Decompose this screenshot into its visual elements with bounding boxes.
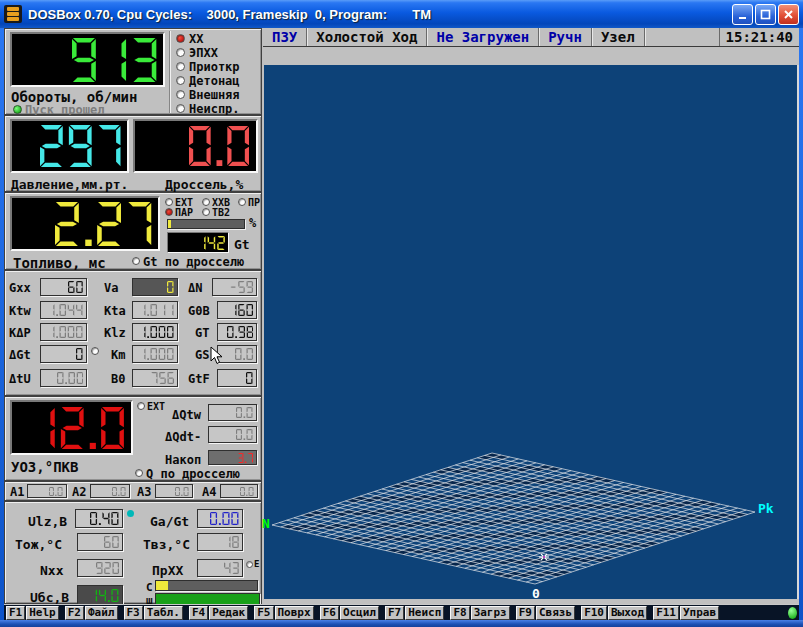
fuel-value <box>55 202 152 246</box>
nxx-field[interactable] <box>77 559 123 577</box>
tvz-value <box>224 536 239 548</box>
field-gxx[interactable] <box>40 278 87 296</box>
close-button[interactable] <box>778 4 799 25</box>
field-va[interactable] <box>132 278 178 296</box>
title-bar[interactable]: DOSBox 0.70, Cpu Cycles: 3000, Frameskip… <box>0 0 803 28</box>
field-dn[interactable] <box>212 278 257 296</box>
a4-field[interactable] <box>220 484 258 498</box>
radio-xx[interactable] <box>176 34 185 43</box>
fkey-f7[interactable]: F7Неисп <box>385 606 444 620</box>
field-kdp[interactable] <box>40 323 87 341</box>
a1-field[interactable] <box>27 484 67 498</box>
radio-dgt[interactable] <box>91 347 99 355</box>
ulz-indicator-dot <box>127 510 134 517</box>
radio-q-throttle[interactable] <box>135 469 143 477</box>
dqdt-field[interactable] <box>208 426 257 443</box>
radio-vneshnyaya[interactable] <box>176 90 185 99</box>
radio-par[interactable] <box>165 208 173 216</box>
radio-par-label[interactable]: ПАР <box>175 207 193 218</box>
fkey-f9-label: Связь <box>536 606 575 620</box>
prxx-field[interactable] <box>197 559 243 577</box>
field-ktw[interactable] <box>40 301 87 319</box>
program-menu-bar: ПЗУ Холостой Ход Не Загружен Ручн Узел 1… <box>263 28 799 47</box>
fkey-f1[interactable]: F1Help <box>6 606 59 620</box>
field-kta[interactable] <box>132 301 178 319</box>
field-gs[interactable] <box>217 345 257 363</box>
radio-pr[interactable] <box>238 198 246 206</box>
gagt-field[interactable] <box>197 509 243 528</box>
fkey-f8-label: Загрз <box>471 606 510 620</box>
dqtw-value <box>236 407 253 418</box>
a4-label: A4 <box>202 485 216 499</box>
a1-value <box>49 487 63 496</box>
tozh-field[interactable] <box>77 533 123 551</box>
radio-tv2-label[interactable]: ТВ2 <box>212 207 230 218</box>
radio-epxx[interactable] <box>176 48 185 57</box>
menu-item-node[interactable]: Узел <box>592 28 645 46</box>
radio-pr-label[interactable]: ПР <box>248 197 260 208</box>
dqtw-field[interactable] <box>208 404 257 421</box>
fkey-f11-key: F11 <box>653 606 679 620</box>
menu-item-idle[interactable]: Холостой Ход <box>307 28 427 46</box>
pressure-value <box>40 125 121 167</box>
fkey-f8[interactable]: F8Загрз <box>450 606 509 620</box>
field-km[interactable] <box>132 345 178 363</box>
c-bar <box>155 580 258 591</box>
ulz-field[interactable] <box>75 509 123 528</box>
radio-gt-throttle[interactable] <box>132 257 140 265</box>
close-icon <box>783 9 794 20</box>
cell-value-g0b <box>230 304 253 316</box>
fkey-f2[interactable]: F2Файл <box>65 606 118 620</box>
cell-value-gtf <box>246 372 253 384</box>
a3-field[interactable] <box>155 484 193 498</box>
radio-detonac[interactable] <box>176 76 185 85</box>
a2-field[interactable] <box>90 484 130 498</box>
radio-q-throttle-label[interactable]: Q по дросселю <box>146 467 240 481</box>
cell-label-va: Va <box>104 281 118 295</box>
radio-epxx-label[interactable]: ЭПХХ <box>189 46 218 60</box>
fkey-f5[interactable]: F5Поврх <box>254 606 313 620</box>
radio-ext-uoz[interactable] <box>137 402 145 410</box>
radio-xxv[interactable] <box>202 198 210 206</box>
field-gtf[interactable] <box>217 369 257 387</box>
surface-plot-area[interactable]: N Pk 0 <box>264 65 799 599</box>
fkey-f10[interactable]: F10Выход <box>581 606 647 620</box>
radio-priotkr[interactable] <box>176 62 185 71</box>
minimize-button[interactable] <box>732 4 753 25</box>
radio-xx-label[interactable]: XX <box>189 32 203 46</box>
fkey-f11[interactable]: F11Управ <box>653 606 719 620</box>
nakop-field[interactable] <box>208 450 257 465</box>
radio-ext-fuel[interactable] <box>165 198 173 206</box>
fkey-f6[interactable]: F6Осцил <box>320 606 379 620</box>
pressure-label: Давление,мм.рт. <box>11 177 128 192</box>
field-b0[interactable] <box>132 369 178 387</box>
field-g0b[interactable] <box>217 301 257 319</box>
radio-neispr-label[interactable]: Неиспр. <box>189 102 240 116</box>
menu-item-pzu[interactable]: ПЗУ <box>263 28 307 46</box>
radio-e-label[interactable]: Е <box>254 559 259 569</box>
radio-priotkr-label[interactable]: Приоткр <box>189 60 240 74</box>
radio-ext-uoz-label[interactable]: EXT <box>147 401 165 412</box>
field-dtu[interactable] <box>40 369 87 387</box>
radio-tv2[interactable] <box>202 208 210 216</box>
axis-label-pk: Pk <box>758 501 774 516</box>
field-gt2[interactable] <box>217 323 257 341</box>
field-klz[interactable] <box>132 323 178 341</box>
ulz-value <box>90 512 119 525</box>
fkey-f9[interactable]: F9Связь <box>516 606 575 620</box>
fkey-f3[interactable]: F3Табл. <box>124 606 183 620</box>
menu-item-notloaded[interactable]: Не Загружен <box>427 28 539 46</box>
tvz-field[interactable] <box>197 533 243 551</box>
tozh-value <box>104 536 119 548</box>
maximize-button[interactable] <box>755 4 776 25</box>
radio-detonac-label[interactable]: Детонац <box>189 74 240 88</box>
radio-gt-throttle-label[interactable]: Gt по дросселю <box>143 255 244 269</box>
field-dgt[interactable] <box>40 345 87 363</box>
dosbox-icon <box>4 5 22 23</box>
radio-e[interactable] <box>246 561 253 568</box>
fkey-f4[interactable]: F4Редак <box>189 606 248 620</box>
radio-vneshnyaya-label[interactable]: Внешняя <box>189 88 240 102</box>
radio-neispr[interactable] <box>176 104 185 113</box>
menu-item-manual[interactable]: Ручн <box>539 28 592 46</box>
cell-label-b0: B0 <box>111 372 125 386</box>
